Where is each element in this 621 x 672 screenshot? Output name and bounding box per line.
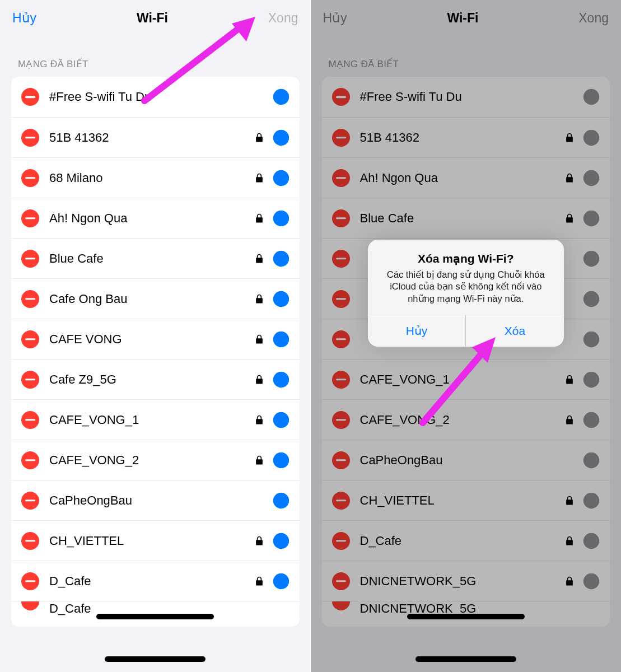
alert-message: Các thiết bị đang sử dụng Chuỗi khóa iCl…	[379, 269, 553, 305]
network-row[interactable]: DNICNETWORK_5G	[322, 561, 610, 601]
done-button[interactable]: Xong	[268, 11, 298, 26]
delete-minus-icon[interactable]	[332, 290, 350, 308]
section-header-known-networks: MẠNG ĐÃ BIẾT	[0, 36, 311, 77]
network-row[interactable]: Blue Cafe	[322, 198, 610, 238]
network-row[interactable]: CH_VIETTEL	[11, 520, 300, 561]
info-icon[interactable]	[273, 250, 290, 267]
svg-rect-7	[280, 176, 282, 181]
network-name: Cafe Z9_5G	[49, 372, 254, 387]
info-icon[interactable]	[583, 129, 600, 146]
delete-minus-icon[interactable]	[332, 492, 350, 510]
info-icon[interactable]	[273, 573, 290, 590]
home-indicator	[415, 656, 516, 662]
network-row[interactable]: 51B 41362	[322, 117, 610, 157]
network-row[interactable]: CH_VIETTEL	[322, 480, 610, 520]
info-icon[interactable]	[273, 129, 290, 146]
network-row[interactable]: Ah! Ngon Qua	[11, 198, 300, 238]
info-icon[interactable]	[583, 573, 600, 590]
delete-minus-icon[interactable]	[21, 451, 39, 469]
delete-minus-icon[interactable]	[21, 411, 39, 429]
network-row[interactable]: CaPheOngBau	[322, 440, 610, 480]
info-icon[interactable]	[273, 331, 290, 348]
network-row[interactable]: CAFE_VONG_1	[11, 399, 300, 440]
info-icon[interactable]	[583, 88, 600, 105]
network-row[interactable]: CAFE VONG	[11, 319, 300, 359]
info-icon[interactable]	[273, 533, 290, 549]
info-icon[interactable]	[583, 210, 600, 227]
info-icon[interactable]	[583, 533, 600, 549]
network-row[interactable]: Ah! Ngon Qua	[322, 157, 610, 198]
network-name: Ah! Ngon Qua	[49, 211, 254, 226]
done-button[interactable]: Xong	[578, 11, 609, 26]
svg-rect-13	[280, 257, 282, 262]
network-row[interactable]: CAFE_VONG_1	[322, 359, 610, 399]
delete-minus-icon[interactable]	[332, 169, 350, 187]
network-name: #Free S-wifi Tu Du	[49, 90, 273, 104]
network-row[interactable]: Cafe Z9_5G	[11, 359, 300, 399]
info-icon[interactable]	[273, 210, 290, 227]
network-name: Ah! Ngon Qua	[360, 171, 564, 185]
lock-icon	[564, 132, 575, 143]
network-row[interactable]: CAFE_VONG_2	[322, 399, 610, 440]
delete-minus-icon[interactable]	[21, 371, 39, 389]
delete-minus-icon[interactable]	[332, 330, 350, 348]
delete-minus-icon[interactable]	[332, 371, 350, 389]
svg-rect-60	[590, 338, 592, 343]
info-icon[interactable]	[583, 492, 600, 509]
info-icon[interactable]	[583, 371, 600, 388]
info-icon[interactable]	[583, 170, 600, 186]
svg-point-11	[280, 214, 282, 216]
network-row[interactable]: Blue Cafe	[11, 238, 300, 278]
cancel-button[interactable]: Hủy	[12, 11, 36, 26]
delete-minus-icon[interactable]	[21, 250, 39, 268]
delete-minus-icon[interactable]	[332, 209, 350, 227]
delete-minus-icon[interactable]	[332, 572, 350, 590]
alert-cancel-button[interactable]: Hủy	[368, 315, 466, 347]
delete-minus-icon[interactable]	[21, 290, 39, 308]
info-icon[interactable]	[273, 371, 290, 388]
network-row[interactable]: Cafe Ong Bau	[11, 278, 300, 319]
delete-minus-icon[interactable]	[21, 492, 39, 510]
network-row[interactable]: D_Cafe	[11, 561, 300, 601]
delete-minus-icon[interactable]	[332, 532, 350, 550]
lock-icon	[254, 172, 265, 184]
svg-point-20	[280, 335, 282, 337]
cancel-button[interactable]: Hủy	[323, 11, 347, 26]
network-row[interactable]: D_Cafe	[322, 520, 610, 561]
network-row[interactable]: #Free S-wifi Tu Du	[322, 77, 610, 117]
network-name: CAFE_VONG_2	[49, 453, 254, 468]
info-icon[interactable]	[583, 291, 600, 307]
network-row[interactable]: CAFE_VONG_2	[11, 440, 300, 480]
info-icon[interactable]	[583, 331, 600, 348]
info-icon[interactable]	[273, 452, 290, 469]
delete-minus-icon[interactable]	[21, 330, 39, 348]
network-row[interactable]: 68 Milano	[11, 157, 300, 198]
info-icon[interactable]	[273, 412, 290, 428]
info-icon[interactable]	[273, 170, 290, 186]
info-icon[interactable]	[273, 88, 290, 105]
info-icon[interactable]	[583, 412, 600, 428]
network-name: CAFE_VONG_1	[360, 372, 564, 387]
delete-minus-icon[interactable]	[332, 601, 350, 610]
delete-minus-icon[interactable]	[332, 411, 350, 429]
alert-confirm-button[interactable]: Xóa	[465, 315, 564, 347]
delete-minus-icon[interactable]	[21, 88, 39, 106]
info-icon[interactable]	[583, 452, 600, 469]
delete-minus-icon[interactable]	[21, 129, 39, 147]
delete-minus-icon[interactable]	[332, 129, 350, 147]
network-row[interactable]: #Free S-wifi Tu Du	[11, 77, 300, 117]
delete-minus-icon[interactable]	[332, 451, 350, 469]
delete-minus-icon[interactable]	[21, 572, 39, 590]
delete-minus-icon[interactable]	[21, 169, 39, 187]
delete-minus-icon[interactable]	[21, 532, 39, 550]
known-networks-list: #Free S-wifi Tu Du51B 41362Ah! Ngon QuaB…	[322, 77, 610, 627]
delete-minus-icon[interactable]	[332, 88, 350, 106]
network-row[interactable]: 51B 41362	[11, 117, 300, 157]
info-icon[interactable]	[583, 250, 600, 267]
delete-minus-icon[interactable]	[332, 250, 350, 268]
delete-minus-icon[interactable]	[21, 601, 39, 610]
info-icon[interactable]	[273, 492, 290, 509]
network-row[interactable]: CaPheOngBau	[11, 480, 300, 520]
delete-minus-icon[interactable]	[21, 209, 39, 227]
info-icon[interactable]	[273, 291, 290, 307]
